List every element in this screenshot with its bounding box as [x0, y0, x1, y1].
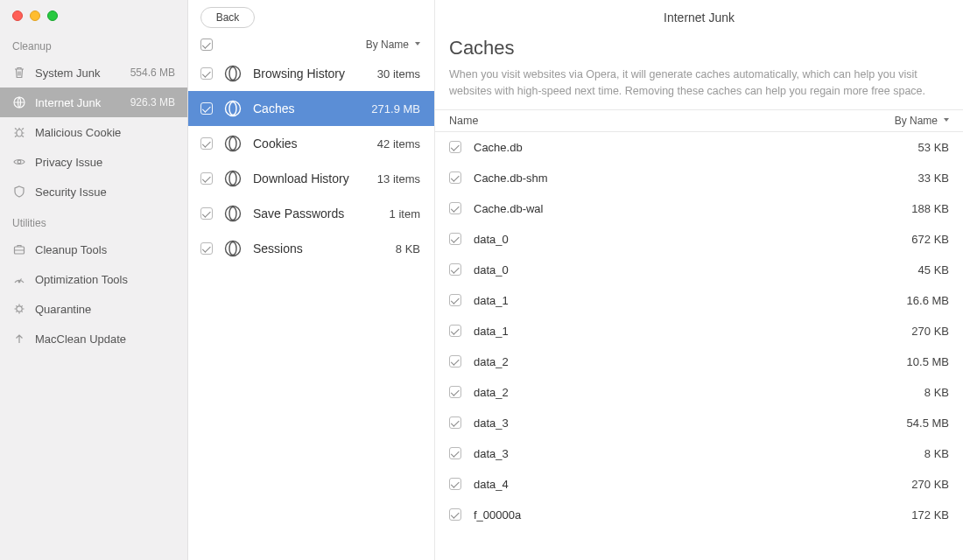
category-sort-button[interactable]: By Name	[366, 38, 420, 51]
minimize-window-button[interactable]	[30, 10, 40, 21]
svg-point-5	[17, 306, 22, 312]
file-size: 270 KB	[911, 478, 949, 491]
category-name: Download History	[253, 172, 367, 186]
file-size: 45 KB	[918, 263, 949, 276]
file-name: data_4	[474, 478, 899, 491]
virus-icon	[12, 302, 26, 316]
svg-point-17	[229, 242, 236, 256]
file-checkbox[interactable]	[449, 202, 461, 214]
file-name: data_3	[474, 416, 895, 430]
file-row[interactable]: Cache.db53 KB	[435, 132, 963, 163]
file-checkbox[interactable]	[449, 386, 461, 398]
opera-icon	[223, 169, 243, 188]
sidebar-item-cleanup-tools[interactable]: Cleanup Tools	[0, 234, 187, 264]
file-name: data_2	[474, 355, 895, 368]
file-checkbox[interactable]	[449, 172, 461, 184]
category-checkbox[interactable]	[200, 67, 213, 80]
category-checkbox[interactable]	[200, 172, 213, 185]
category-row-save-passwords[interactable]: Save Passwords1 item	[188, 196, 434, 231]
file-checkbox[interactable]	[449, 478, 461, 490]
file-row[interactable]: data_354.5 MB	[435, 408, 963, 438]
file-checkbox[interactable]	[449, 263, 461, 276]
file-checkbox[interactable]	[449, 416, 461, 429]
sidebar-item-malicious-cookie[interactable]: Malicious Cookie	[0, 117, 187, 147]
file-size: 54.5 MB	[907, 416, 949, 430]
sidebar-item-meta: 926.3 MB	[130, 96, 175, 108]
sidebar-item-label: System Junk	[35, 66, 122, 80]
sidebar-item-label: Privacy Issue	[35, 156, 175, 169]
sidebar-item-label: Internet Junk	[35, 96, 122, 109]
file-checkbox[interactable]	[449, 233, 461, 245]
sidebar-item-optimization-tools[interactable]: Optimization Tools	[0, 264, 187, 294]
svg-point-4	[18, 281, 20, 283]
category-value: 271.9 MB	[371, 102, 420, 116]
sidebar-item-internet-junk[interactable]: Internet Junk926.3 MB	[0, 88, 187, 117]
file-checkbox[interactable]	[449, 325, 461, 337]
file-row[interactable]: data_38 KB	[435, 438, 963, 469]
svg-point-2	[18, 160, 21, 164]
category-checkbox[interactable]	[200, 242, 213, 255]
category-row-download-history[interactable]: Download History13 items	[188, 161, 434, 196]
category-checkbox[interactable]	[200, 102, 213, 115]
category-name: Cookies	[253, 136, 367, 150]
category-name: Browsing History	[253, 66, 367, 80]
back-button[interactable]: Back	[200, 7, 255, 28]
category-value: 1 item	[390, 207, 420, 220]
file-checkbox[interactable]	[449, 355, 461, 368]
file-name: f_00000a	[474, 508, 899, 522]
svg-point-16	[226, 242, 241, 256]
sidebar-item-security-issue[interactable]: Security Issue	[0, 177, 187, 206]
category-row-cookies[interactable]: Cookies42 items	[188, 126, 434, 161]
sidebar-item-label: Security Issue	[35, 186, 175, 199]
category-row-browsing-history[interactable]: Browsing History30 items	[188, 56, 434, 91]
shield-icon	[12, 185, 26, 199]
file-sort-button[interactable]: By Name	[895, 115, 949, 127]
file-row[interactable]: data_1270 KB	[435, 316, 963, 346]
category-row-caches[interactable]: Caches271.9 MB	[188, 91, 434, 126]
file-row[interactable]: f_00000a172 KB	[435, 500, 963, 530]
category-value: 30 items	[377, 67, 420, 80]
file-row[interactable]: data_4270 KB	[435, 469, 963, 500]
detail-panel: Internet Junk Caches When you visit webs…	[435, 0, 963, 560]
sidebar-section-cleanup: Cleanup	[0, 30, 187, 58]
close-window-button[interactable]	[12, 10, 23, 21]
file-row[interactable]: data_116.6 MB	[435, 285, 963, 316]
file-row[interactable]: Cache.db-shm33 KB	[435, 163, 963, 193]
gauge-icon	[12, 272, 26, 286]
file-row[interactable]: data_0672 KB	[435, 224, 963, 255]
file-row[interactable]: Cache.db-wal188 KB	[435, 193, 963, 224]
detail-description: When you visit websites via Opera, it wi…	[449, 66, 949, 101]
sidebar-item-privacy-issue[interactable]: Privacy Issue	[0, 147, 187, 177]
file-checkbox[interactable]	[449, 141, 461, 153]
category-name: Save Passwords	[253, 206, 379, 220]
window-controls	[0, 0, 187, 30]
briefcase-icon	[12, 242, 26, 256]
category-checkbox[interactable]	[200, 207, 213, 220]
file-checkbox[interactable]	[449, 508, 461, 521]
svg-point-10	[226, 136, 241, 151]
file-name: data_1	[474, 325, 899, 338]
sidebar-item-quarantine[interactable]: Quarantine	[0, 294, 187, 324]
up-icon	[12, 332, 26, 346]
opera-icon	[223, 99, 243, 118]
file-row[interactable]: data_28 KB	[435, 377, 963, 408]
file-row[interactable]: data_210.5 MB	[435, 346, 963, 377]
zoom-window-button[interactable]	[47, 10, 58, 21]
file-size: 8 KB	[924, 447, 949, 460]
sidebar-item-macclean-update[interactable]: MacClean Update	[0, 324, 187, 354]
file-name: data_1	[474, 294, 895, 307]
select-all-checkbox[interactable]	[200, 38, 213, 51]
file-row[interactable]: data_045 KB	[435, 255, 963, 285]
trash-icon	[12, 66, 26, 80]
svg-point-7	[229, 67, 236, 80]
detail-title: Caches	[449, 37, 949, 60]
category-row-sessions[interactable]: Sessions8 KB	[188, 231, 434, 266]
opera-icon	[223, 64, 243, 83]
sidebar-item-system-junk[interactable]: System Junk554.6 MB	[0, 58, 187, 88]
file-checkbox[interactable]	[449, 294, 461, 306]
file-checkbox[interactable]	[449, 447, 461, 459]
sidebar-item-label: Quarantine	[35, 303, 175, 316]
category-header: By Name	[188, 35, 434, 56]
file-size: 188 KB	[911, 202, 949, 215]
category-checkbox[interactable]	[200, 137, 213, 150]
